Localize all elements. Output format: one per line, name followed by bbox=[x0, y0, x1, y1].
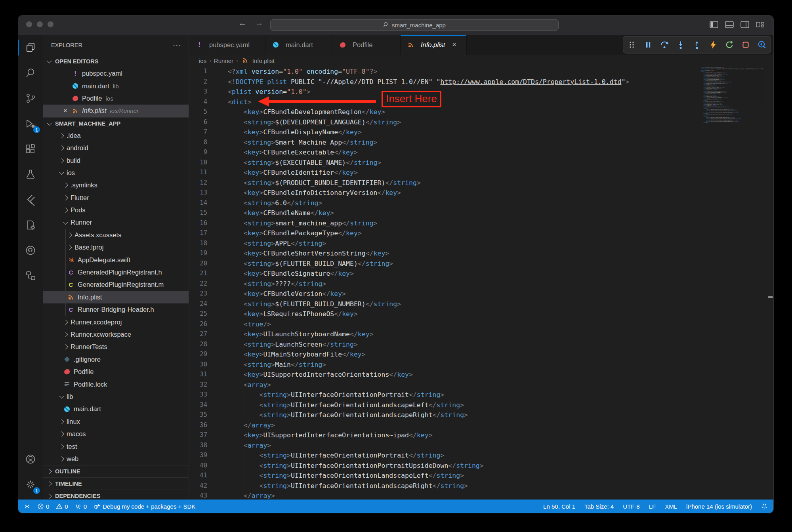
tree-item-Runner.xcodeproj[interactable]: Runner.xcodeproj bbox=[43, 316, 189, 328]
tree-item-Podfile[interactable]: Podfile bbox=[43, 366, 189, 378]
activity-item-settings[interactable]: 1 bbox=[18, 472, 43, 497]
project-root-header[interactable]: SMART_MACHINE_APP bbox=[43, 117, 189, 130]
step-into-icon[interactable] bbox=[676, 40, 685, 50]
code-line-3[interactable]: <plist version="1.0"> bbox=[228, 87, 706, 97]
status-item-errors[interactable]: 0 bbox=[37, 503, 49, 510]
line-number-28[interactable]: 28 bbox=[189, 339, 216, 350]
code-line-27[interactable]: <key>UILaunchStoryboardName</key> bbox=[228, 329, 706, 339]
line-number-30[interactable]: 30 bbox=[189, 360, 216, 370]
code-line-18[interactable]: <string>APPL</string> bbox=[228, 238, 706, 249]
tree-item-test[interactable]: test bbox=[43, 440, 189, 452]
more-actions-button[interactable]: ··· bbox=[173, 41, 181, 50]
open-editor-pubspec.yaml[interactable]: !pubspec.yaml bbox=[43, 67, 189, 80]
tree-item-Info.plist[interactable]: Info.plist bbox=[43, 291, 189, 303]
tree-item-.idea[interactable]: .idea bbox=[43, 130, 189, 142]
open-editors-header[interactable]: OPEN EDITORS bbox=[43, 55, 189, 67]
tree-item-Runner.xcworkspace[interactable]: Runner.xcworkspace bbox=[43, 328, 189, 341]
line-number-9[interactable]: 9 bbox=[189, 147, 216, 158]
status-item-eol[interactable]: LF bbox=[649, 503, 656, 510]
tab-Info.plist[interactable]: Info.plist× bbox=[401, 35, 467, 55]
code-line-10[interactable]: <string>$(EXECUTABLE_NAME)</string> bbox=[228, 158, 706, 168]
line-number-11[interactable]: 11 bbox=[189, 168, 216, 178]
line-number-10[interactable]: 10 bbox=[189, 158, 216, 168]
code-line-23[interactable]: <key>CFBundleVersion</key> bbox=[228, 289, 706, 299]
line-number-34[interactable]: 34 bbox=[189, 400, 216, 410]
line-number-41[interactable]: 41 bbox=[189, 471, 216, 481]
line-number-15[interactable]: 15 bbox=[189, 208, 216, 218]
code-line-13[interactable]: <key>CFBundleInfoDictionaryVersion</key> bbox=[228, 188, 706, 198]
code-line-29[interactable]: <key>UIMainStoryboardFile</key> bbox=[228, 349, 706, 360]
toggle-panel-icon[interactable] bbox=[725, 21, 734, 28]
code-line-33[interactable]: <string>UIInterfaceOrientationPortrait</… bbox=[228, 390, 706, 400]
line-number-35[interactable]: 35 bbox=[189, 410, 216, 420]
activity-item-testing[interactable] bbox=[18, 162, 43, 187]
line-number-5[interactable]: 5 bbox=[189, 107, 216, 117]
line-number-31[interactable]: 31 bbox=[189, 370, 216, 380]
code-line-28[interactable]: <string>LaunchScreen</string> bbox=[228, 339, 706, 350]
code-line-17[interactable]: <key>CFBundlePackageType</key> bbox=[228, 228, 706, 238]
line-number-32[interactable]: 32 bbox=[189, 380, 216, 390]
status-item-warnings[interactable]: 0 bbox=[56, 503, 68, 510]
section-header-dependencies[interactable]: DEPENDENCIES bbox=[43, 490, 189, 500]
inspector-icon[interactable] bbox=[757, 40, 767, 50]
line-number-27[interactable]: 27 bbox=[189, 329, 216, 339]
line-number-18[interactable]: 18 bbox=[189, 238, 216, 249]
tree-item-Runner-Bridging-Header.h[interactable]: CRunner-Bridging-Header.h bbox=[43, 303, 189, 316]
line-number-12[interactable]: 12 bbox=[189, 178, 216, 188]
line-number-gutter[interactable]: 1234567891011121314151617181920212223242… bbox=[189, 67, 216, 500]
activity-item-references[interactable] bbox=[18, 263, 43, 288]
tree-item-Podfile.lock[interactable]: Podfile.lock bbox=[43, 378, 189, 390]
minimap[interactable]: <?xml version="1.0" encoding="UTF-8"?><!… bbox=[701, 67, 764, 124]
line-number-23[interactable]: 23 bbox=[189, 289, 216, 299]
tree-item-Assets.xcassets[interactable]: Assets.xcassets bbox=[43, 229, 189, 241]
scrollbar-handle[interactable] bbox=[768, 296, 773, 298]
line-number-13[interactable]: 13 bbox=[189, 188, 216, 198]
code-line-24[interactable]: <string>$(FLUTTER_BUILD_NUMBER)</string> bbox=[228, 299, 706, 309]
breadcrumb-item-ios[interactable]: ios bbox=[199, 57, 206, 64]
open-editor-main.dart[interactable]: main.dartlib bbox=[43, 80, 189, 92]
command-center[interactable]: smart_machine_app bbox=[270, 19, 559, 31]
code-line-22[interactable]: <string>????</string> bbox=[228, 279, 706, 289]
code-line-43[interactable]: </array> bbox=[228, 491, 706, 500]
tree-item-linux[interactable]: linux bbox=[43, 416, 189, 428]
line-number-39[interactable]: 39 bbox=[189, 450, 216, 461]
code-line-5[interactable]: <key>CFBundleDevelopmentRegion</key> bbox=[228, 107, 706, 117]
tree-item-AppDelegate.swift[interactable]: AppDelegate.swift bbox=[43, 254, 189, 266]
stop-icon[interactable] bbox=[741, 40, 750, 50]
line-number-20[interactable]: 20 bbox=[189, 259, 216, 269]
line-number-16[interactable]: 16 bbox=[189, 218, 216, 229]
grip-icon[interactable] bbox=[627, 40, 637, 50]
tree-item-Flutter[interactable]: Flutter bbox=[43, 192, 189, 204]
minimize-button[interactable] bbox=[37, 21, 43, 27]
code-line-6[interactable]: <string>$(DEVELOPMENT_LANGUAGE)</string> bbox=[228, 117, 706, 128]
code-line-26[interactable]: <true/> bbox=[228, 319, 706, 330]
line-number-7[interactable]: 7 bbox=[189, 127, 216, 137]
open-editor-Podfile[interactable]: Podfileios bbox=[43, 92, 189, 105]
tab-pubspec.yaml[interactable]: !pubspec.yaml bbox=[189, 35, 265, 55]
line-number-2[interactable]: 2 bbox=[189, 77, 216, 87]
tree-item-Runner[interactable]: Runner bbox=[43, 216, 189, 229]
status-item-indentation[interactable]: Tab Size: 4 bbox=[584, 503, 614, 510]
code-lines[interactable]: <?xml version="1.0" encoding="UTF-8"?><!… bbox=[228, 67, 706, 500]
toggle-secondary-sidebar-icon[interactable] bbox=[740, 21, 749, 28]
line-number-1[interactable]: 1 bbox=[189, 67, 216, 77]
tree-item-Base.lproj[interactable]: Base.lproj bbox=[43, 241, 189, 254]
code-line-15[interactable]: <key>CFBundleName</key> bbox=[228, 208, 706, 218]
line-number-6[interactable]: 6 bbox=[189, 117, 216, 128]
line-number-38[interactable]: 38 bbox=[189, 440, 216, 451]
tree-item-android[interactable]: android bbox=[43, 142, 189, 154]
code-line-40[interactable]: <string>UIInterfaceOrientationPortraitUp… bbox=[228, 461, 706, 471]
code-editor[interactable]: 1234567891011121314151617181920212223242… bbox=[189, 67, 773, 500]
breadcrumb-item-Runner[interactable]: Runner bbox=[214, 57, 233, 64]
line-number-22[interactable]: 22 bbox=[189, 279, 216, 289]
toggle-primary-sidebar-icon[interactable] bbox=[710, 21, 718, 28]
code-line-8[interactable]: <string>Smart Machine App</string> bbox=[228, 137, 706, 148]
breadcrumb-file[interactable]: Info.plist bbox=[252, 57, 275, 64]
code-line-12[interactable]: <string>$(PRODUCT_BUNDLE_IDENTIFIER)</st… bbox=[228, 178, 706, 188]
line-number-3[interactable]: 3 bbox=[189, 87, 216, 97]
back-button[interactable]: ← bbox=[239, 19, 246, 28]
status-item-ports[interactable]: 0 bbox=[75, 503, 87, 510]
line-number-33[interactable]: 33 bbox=[189, 390, 216, 400]
line-number-4[interactable]: 4 bbox=[189, 97, 216, 107]
code-line-37[interactable]: <key>UISupportedInterfaceOrientations~ip… bbox=[228, 430, 706, 440]
